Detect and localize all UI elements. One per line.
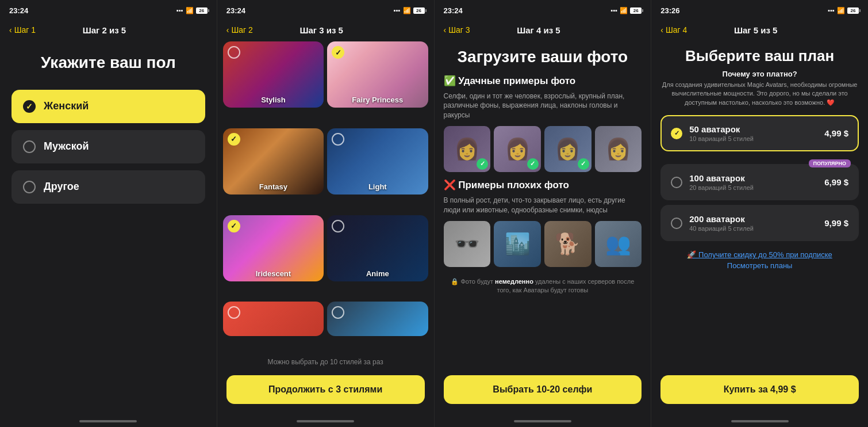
back-label-4: Шаг 4 [666, 25, 687, 35]
plan-desc-200: 40 вариаций 5 стилей [689, 225, 824, 232]
bad-photo-3: 🐕 [544, 221, 592, 267]
step-title-4: Шаг 5 из 5 [734, 25, 778, 35]
status-icons-4: ▪▪▪ 📶 26 [828, 7, 859, 14]
view-plans-link[interactable]: Посмотреть планы [660, 261, 859, 270]
screen-2-styles: 23:24 ▪▪▪ 📶 26 ‹ Шаг 2 Шаг 3 из 5 Stylis… [217, 0, 435, 427]
style-check-fantasy: ✓ [228, 133, 240, 146]
discount-link[interactable]: 🚀 Получите скидку до 50% при подписке [660, 250, 859, 259]
plan-card-200[interactable]: 200 аватарок 40 вариаций 5 стилей 9,99 $ [660, 205, 859, 241]
bad-photo-2: 🏙️ [494, 221, 541, 267]
back-label-2: Шаг 2 [231, 25, 252, 35]
style-card-fantasy[interactable]: ✓ Fantasy [223, 128, 324, 195]
bad-photo-1: 🕶️ [444, 221, 491, 267]
screen1-content: Укажите ваш пол Женский Мужской Другое [0, 41, 217, 415]
style-card-extra2[interactable] [327, 302, 428, 336]
continue-styles-button[interactable]: Продолжить с 3 стилями [226, 375, 425, 404]
style-label-anime: Anime [327, 269, 428, 278]
bad-person-icon-1: 🕶️ [454, 232, 480, 256]
status-bar-4: 23:26 ▪▪▪ 📶 26 [651, 0, 868, 18]
radio-circle-other [23, 181, 36, 193]
home-indicator-3 [435, 415, 651, 427]
why-paid-title: Почему это платно? [660, 70, 859, 78]
plan-name-50: 50 аватарок [689, 124, 824, 134]
style-check-iridescent: ✓ [228, 220, 240, 232]
style-label-stylish: Stylish [223, 96, 324, 104]
good-photos-desc: Селфи, один и тот же человек, взрослый, … [444, 92, 642, 120]
screen-1-gender: 23:24 ▪▪▪ 📶 26 ‹ Шаг 1 Шаг 2 из 5 Укажит… [0, 0, 217, 427]
style-card-stylish[interactable]: Stylish [223, 41, 324, 108]
battery-4: 26 [847, 7, 859, 14]
step-title-3: Шаг 4 из 5 [517, 25, 560, 35]
plan-heading: Выберите ваш план [660, 47, 859, 65]
style-card-fairy[interactable]: ✓ Fairy Princess [327, 41, 428, 108]
time-4: 23:26 [660, 6, 679, 15]
wifi-icon-4: 📶 [837, 7, 845, 14]
buy-button[interactable]: Купить за 4,99 $ [660, 375, 859, 404]
home-indicator-2 [217, 415, 434, 427]
style-uncheck-extra1 [228, 306, 240, 319]
select-selfies-button[interactable]: Выбрать 10-20 селфи [444, 375, 642, 404]
back-button-1[interactable]: ‹ Шаг 1 [9, 25, 36, 35]
popular-badge: ПОПУЛЯРНО [809, 159, 851, 167]
photo-check-1: ✓ [477, 158, 488, 170]
gender-option-male[interactable]: Мужской [11, 130, 205, 163]
wifi-icon-2: 📶 [403, 7, 411, 14]
screen-4-plan: 23:26 ▪▪▪ 📶 26 ‹ Шаг 4 Шаг 5 из 5 Выбери… [651, 0, 868, 427]
person-icon-4: 👩 [605, 137, 631, 161]
nav-bar-2: ‹ Шаг 2 Шаг 3 из 5 [217, 18, 434, 41]
style-label-fantasy: Fantasy [223, 182, 324, 191]
bad-photos-desc: В полный рост, дети, что-то закрывает ли… [444, 196, 642, 215]
chevron-left-icon-4: ‹ [660, 25, 663, 35]
good-photo-4: 👩 [595, 126, 642, 172]
signal-icon-4: ▪▪▪ [828, 7, 835, 14]
style-card-anime[interactable]: Anime [327, 215, 428, 281]
plan-card-100[interactable]: ПОПУЛЯРНО 100 аватарок 20 вариаций 5 сти… [660, 164, 859, 200]
back-label-3: Шаг 3 [448, 25, 470, 35]
status-icons-3: ▪▪▪ 📶 26 [611, 7, 642, 14]
bad-photos-title: ❌ Примеры плохих фото [444, 179, 642, 191]
status-bar-3: 23:24 ▪▪▪ 📶 26 [435, 0, 651, 18]
signal-icon-3: ▪▪▪ [611, 7, 618, 14]
screen4-content: Выберите ваш план Почему это платно? Для… [651, 41, 868, 371]
good-photo-2: 👩 ✓ [494, 126, 541, 172]
home-bar-3 [514, 420, 571, 422]
battery-2: 26 [413, 7, 425, 14]
bad-photos-row: 🕶️ 🏙️ 🐕 👥 [444, 221, 642, 267]
plan-price-50: 4,99 $ [824, 128, 848, 138]
person-icon-2: 👩 [505, 137, 531, 161]
style-label-light: Light [327, 182, 428, 191]
back-label-1: Шаг 1 [14, 25, 36, 35]
back-button-4[interactable]: ‹ Шаг 4 [660, 25, 687, 35]
chevron-left-icon-1: ‹ [9, 25, 12, 35]
style-uncheck-anime [332, 220, 344, 232]
back-button-2[interactable]: ‹ Шаг 2 [226, 25, 253, 35]
nav-bar-3: ‹ Шаг 3 Шаг 4 из 5 [435, 18, 651, 41]
chevron-left-icon-2: ‹ [226, 25, 229, 35]
photo-check-2: ✓ [527, 158, 539, 170]
upload-heading: Загрузите ваши фото [444, 47, 642, 67]
back-button-3[interactable]: ‹ Шаг 3 [444, 25, 470, 35]
styles-hint: Можно выбрать до 10 стилей за раз [217, 353, 434, 371]
style-check-fairy: ✓ [332, 46, 344, 59]
status-bar-1: 23:24 ▪▪▪ 📶 26 [0, 0, 217, 18]
chevron-left-icon-3: ‹ [444, 25, 447, 35]
time-1: 23:24 [9, 6, 28, 15]
plan-card-50[interactable]: 50 аватарок 10 вариаций 5 стилей 4,99 $ [660, 115, 859, 151]
style-card-extra1[interactable] [223, 302, 324, 336]
style-label-fairy: Fairy Princess [327, 96, 428, 104]
nav-bar-4: ‹ Шаг 4 Шаг 5 из 5 [651, 18, 868, 41]
gender-label-female: Женский [44, 100, 89, 112]
style-card-iridescent[interactable]: ✓ Iridescent [223, 215, 324, 281]
good-photo-1: 👩 ✓ [444, 126, 491, 172]
gender-option-other[interactable]: Другое [11, 170, 205, 204]
bad-person-icon-4: 👥 [605, 232, 631, 256]
battery-1: 26 [196, 7, 208, 14]
style-card-light[interactable]: Light [327, 128, 428, 195]
plan-price-200: 9,99 $ [824, 218, 848, 228]
time-3: 23:24 [444, 6, 463, 15]
plan-desc-50: 10 вариаций 5 стилей [689, 135, 824, 142]
good-photo-3: 👩 ✓ [544, 126, 592, 172]
gender-option-female[interactable]: Женский [11, 90, 205, 123]
person-icon-1: 👩 [454, 137, 480, 161]
status-bar-2: 23:24 ▪▪▪ 📶 26 [217, 0, 434, 18]
